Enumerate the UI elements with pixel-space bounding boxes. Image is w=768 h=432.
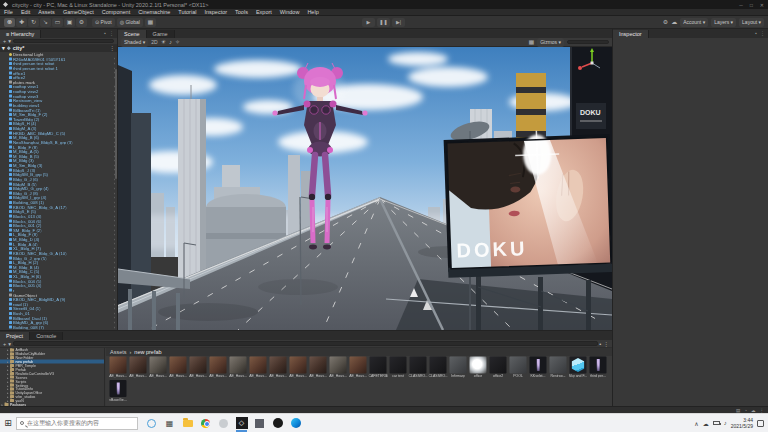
transform-tool-button[interactable]: ▣ <box>64 18 75 27</box>
asset-item[interactable]: CAFETERIA <box>368 356 388 380</box>
inspector-lock-icon[interactable]: ▪ <box>755 29 757 38</box>
asset-item[interactable]: AE_Hous... <box>288 356 308 380</box>
hierarchy-item[interactable]: BldgS_E (5) › <box>0 209 116 214</box>
scene-lighting-toggle[interactable]: ☀ <box>161 38 166 47</box>
asset-item[interactable]: POOL <box>508 356 528 380</box>
hierarchy-item[interactable]: Building_008 (1) › <box>0 200 116 205</box>
open-prefab-arrow-icon[interactable]: › <box>114 209 115 214</box>
asset-item[interactable]: AE_Hous... <box>168 356 188 380</box>
cortana-icon[interactable] <box>145 416 158 431</box>
project-menu-icon[interactable]: ⋮ <box>604 341 610 347</box>
menu-item[interactable]: Export <box>252 9 276 15</box>
hierarchy-scrollbar[interactable] <box>115 69 117 179</box>
preferences-icon[interactable]: ⚙ <box>663 18 668 27</box>
hierarchy-item[interactable]: BldgM_A (3) › <box>0 126 116 131</box>
hierarchy-item[interactable]: HKBD_ABC_BldgMD_C (5) › <box>0 130 116 135</box>
hierarchy-item[interactable]: third person test robot › <box>0 61 116 66</box>
asset-item[interactable]: AE_Hous... <box>148 356 168 380</box>
hierarchy-item[interactable]: office1 › <box>0 70 116 75</box>
hierarchy-item[interactable]: building view1 › <box>0 102 116 107</box>
gizmos-dropdown[interactable]: Gizmos ▾ <box>537 38 564 47</box>
open-prefab-arrow-icon[interactable]: › <box>114 260 115 265</box>
hierarchy-item[interactable]: Bldg_G_J (8) › <box>0 190 116 195</box>
snap-toggle[interactable]: ▦ <box>145 18 156 27</box>
menu-item[interactable]: Help <box>303 9 322 15</box>
open-prefab-arrow-icon[interactable]: › <box>114 315 115 320</box>
menu-item[interactable]: Inspector <box>200 9 231 15</box>
global-toggle[interactable]: ◎ Global <box>117 18 143 27</box>
tab-scene[interactable]: Scene <box>118 30 147 38</box>
inspector-menu-icon[interactable]: ⋮ <box>760 29 765 38</box>
onedrive-cloud-icon[interactable]: ☁ <box>703 420 709 427</box>
asset-item[interactable]: AE_Hous... <box>248 356 268 380</box>
asset-item[interactable]: Restroo... <box>548 356 568 380</box>
hierarchy-item[interactable]: M_Bldg_B (4) › <box>0 264 116 269</box>
action-center-icon[interactable] <box>757 420 764 427</box>
taskbar-search-input[interactable] <box>27 420 134 426</box>
pivot-toggle[interactable]: ⊙ Pivot <box>92 18 115 27</box>
grid-visibility-dropdown[interactable]: ▦ <box>528 38 534 47</box>
file-explorer-icon[interactable] <box>181 416 194 431</box>
2d-toggle[interactable]: 2D <box>151 38 157 47</box>
hierarchy-item[interactable]: L_Bldg_F (8) › <box>0 144 116 149</box>
open-prefab-arrow-icon[interactable]: › <box>114 269 115 274</box>
maximize-button[interactable]: □ <box>750 2 753 8</box>
breadcrumb-current[interactable]: new prefab <box>134 349 161 355</box>
hierarchy-item[interactable]: NeoShanghai_BldgS_B_grp (3) › <box>0 139 116 144</box>
rotate-tool-button[interactable]: ↻ <box>28 18 39 27</box>
asset-item[interactable]: AE_Hous... <box>328 356 348 380</box>
open-prefab-arrow-icon[interactable]: › <box>114 320 115 325</box>
battery-icon[interactable] <box>713 421 720 425</box>
hierarchy-item[interactable]: M_Bldg_A (5) › <box>0 149 116 154</box>
asset-item[interactable]: AE_Hous... <box>228 356 248 380</box>
asset-item[interactable]: CLASSRO... <box>428 356 448 380</box>
asset-item[interactable]: vBaseGe... <box>108 380 128 404</box>
hierarchy-item[interactable]: rooftop view2 › <box>0 89 116 94</box>
menu-item[interactable]: Tools <box>231 9 252 15</box>
project-add-button[interactable]: + <box>3 341 6 347</box>
tab-hierarchy[interactable]: ≡ Hierarchy <box>0 30 41 38</box>
task-view-icon[interactable]: ▦ <box>163 416 176 431</box>
volume-icon[interactable]: ♪ <box>724 420 727 426</box>
open-prefab-arrow-icon[interactable]: › <box>114 250 115 255</box>
unity-taskbar-icon[interactable]: ◇ <box>235 416 248 431</box>
asset-item[interactable]: AE_Hous... <box>108 356 128 380</box>
tray-chevron-icon[interactable]: ∧ <box>694 420 698 427</box>
open-prefab-arrow-icon[interactable]: › <box>114 218 115 223</box>
hierarchy-item[interactable]: M_Bldg (3) › <box>0 158 116 163</box>
scene-audio-toggle[interactable]: ♪ <box>169 38 172 47</box>
app-icon[interactable] <box>253 416 266 431</box>
hierarchy-item[interactable]: BldgMD_G_grp (4) › <box>0 186 116 191</box>
step-button[interactable]: ▶| <box>392 18 405 27</box>
hierarchy-lock-icon[interactable]: ▪ <box>104 29 106 38</box>
open-prefab-arrow-icon[interactable]: › <box>114 241 115 246</box>
pause-button[interactable]: ❚❚ <box>377 18 390 27</box>
scene-menu-icon[interactable]: ⋮ <box>110 45 116 51</box>
asset-item[interactable]: AE_Hous... <box>268 356 288 380</box>
project-add-dropdown-icon[interactable]: ▾ <box>8 341 11 347</box>
folder-arrow-icon[interactable]: ▸ <box>7 399 9 403</box>
hierarchy-item[interactable]: BldgSM_B_grp (5) › <box>0 172 116 177</box>
open-prefab-arrow-icon[interactable]: › <box>114 181 115 186</box>
open-prefab-arrow-icon[interactable]: › <box>114 200 115 205</box>
asset-item[interactable]: office <box>468 356 488 380</box>
asset-item[interactable]: KKselet... <box>528 356 548 380</box>
menu-item[interactable]: Window <box>276 9 304 15</box>
hierarchy-item[interactable]: XL_Bldg_H (7) › <box>0 246 116 251</box>
hierarchy-item[interactable]: TowerBldg (2) › <box>0 116 116 121</box>
taskbar-clock[interactable]: 3:44 2021/5/29 <box>731 417 753 430</box>
hierarchy-item[interactable]: GameObject › <box>0 292 116 297</box>
hierarchy-item[interactable]: R26ixMA059E01 #505Y161 › <box>0 56 116 61</box>
hierarchy-item[interactable]: BldgS_H (4) › <box>0 121 116 126</box>
status-menu-icon[interactable]: ⋮ <box>760 408 765 413</box>
hierarchy-item[interactable]: BldgS_J (3) › <box>0 167 116 172</box>
custom-tool-button[interactable]: ⚙ <box>76 18 87 27</box>
asset-item[interactable]: CLASSRO... <box>408 356 428 380</box>
menu-item[interactable]: Edit <box>17 9 34 15</box>
asset-item[interactable]: AE_Hous... <box>308 356 328 380</box>
hierarchy-item[interactable]: road (1) › <box>0 301 116 306</box>
layers-dropdown[interactable]: Layers ▾ <box>711 18 736 27</box>
open-prefab-arrow-icon[interactable]: › <box>114 195 115 200</box>
hierarchy-item[interactable]: Blocks_005 (4) › <box>0 283 116 288</box>
menu-item[interactable]: GameObject <box>59 9 98 15</box>
